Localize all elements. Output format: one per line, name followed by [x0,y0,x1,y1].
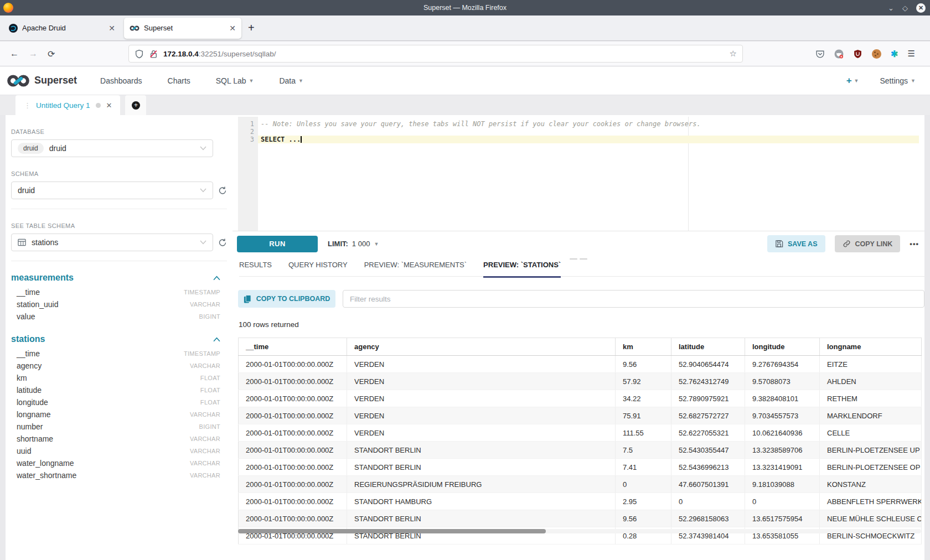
table-section-stations[interactable]: stations [11,334,220,344]
nav-item-dashboards[interactable]: Dashboards [100,76,142,85]
cell-time: 2000-01-01T00:00:00.000Z [239,407,347,424]
insecure-lock-icon[interactable] [149,49,158,59]
browser-tab-superset[interactable]: Superset ✕ [124,18,241,39]
refresh-icon[interactable] [218,186,227,195]
browser-titlebar: Superset — Mozilla Firefox ⌄ ◇ ✕ [0,0,930,15]
copy-link-button[interactable]: COPY LINK [835,235,901,252]
cell-agency: VERDEN [347,424,616,442]
cell-longitude: 9.3828408101 [745,390,820,407]
tab-close-icon[interactable]: ✕ [108,24,115,33]
cell-km: 111.55 [616,424,671,442]
cell-longname: KONSTANZ [820,476,922,493]
cell-latitude: 52.5430355447 [671,442,745,459]
table-select[interactable]: stations [11,234,213,251]
pocket-icon[interactable] [815,49,825,59]
add-button[interactable]: +▼ [846,75,859,86]
cell-longitude: 9.57088073 [745,373,820,390]
tab-close-icon[interactable]: ✕ [229,24,236,33]
limit-value: 1 000 [352,240,370,248]
line-number: 3 [238,136,254,143]
column-name: number [17,422,43,431]
tab-preview-stations[interactable]: PREVIEW: `STATIONS` [483,253,561,277]
tab-query-history[interactable]: QUERY HISTORY [288,253,348,277]
filter-results-input[interactable] [343,290,924,308]
col-header-longname[interactable]: longname [820,338,922,356]
clipboard-icon [244,295,251,303]
sql-editor[interactable]: 123 -- Note: Unless you save your query,… [238,117,919,231]
schema-column: value BIGINT [11,310,227,323]
see-table-schema-label: SEE TABLE SCHEMA [11,222,227,229]
ublock-icon[interactable] [853,49,862,59]
tab-results[interactable]: RESULTS [239,253,272,277]
forward-icon[interactable]: → [29,49,38,59]
cell-longitude: 13.3238589706 [745,442,820,459]
column-name: longitude [17,398,48,407]
schema-column: km FLOAT [11,372,227,384]
chevron-up-icon[interactable] [213,276,220,281]
column-type: TIMESTAMP [184,350,220,357]
cell-longname: MARKLENDORF [820,407,922,424]
copy-link-label: COPY LINK [855,240,893,248]
column-type: BIGINT [199,313,220,320]
cell-longitude: 9.2767694354 [745,356,820,373]
more-options-icon[interactable]: ••• [910,240,919,248]
cell-time: 2000-01-01T00:00:00.000Z [239,459,347,476]
drag-handle-icon[interactable]: ⋮ [24,101,30,110]
schema-column: uuid VARCHAR [11,445,227,457]
cell-time: 2000-01-01T00:00:00.000Z [239,476,347,493]
col-header-latitude[interactable]: latitude [671,338,745,356]
window-maximize-icon[interactable]: ◇ [902,4,908,12]
query-tab-close-icon[interactable]: ✕ [106,101,112,110]
hamburger-menu-icon[interactable]: ☰ [908,49,916,59]
column-type: FLOAT [200,399,220,406]
superset-logo[interactable]: Superset [7,74,77,87]
superset-favicon [130,25,140,32]
chevron-up-icon[interactable] [213,337,220,342]
column-type: VARCHAR [190,472,220,479]
window-minimize-icon[interactable]: ⌄ [888,4,894,12]
scrollbar-thumb[interactable] [238,529,546,533]
col-header-km[interactable]: km [616,338,671,356]
column-name: shortname [17,434,53,443]
add-query-tab[interactable]: + [125,95,146,115]
settings-menu[interactable]: Settings▼ [880,76,916,85]
cookie-extension-icon[interactable] [872,49,881,59]
run-button[interactable]: RUN [237,236,318,252]
url-field[interactable]: 172.18.0.4:32251/superset/sqllab/ ☆ [128,45,743,63]
tab-preview-measurements[interactable]: PREVIEW: `MEASUREMENTS` [364,253,467,277]
bookmark-star-icon[interactable]: ☆ [730,49,737,59]
browser-tab-druid[interactable]: Apache Druid ✕ [3,18,121,39]
database-select[interactable]: druid druid [11,139,213,157]
horizontal-scrollbar[interactable] [238,529,921,533]
col-header-time[interactable]: __time [239,338,347,356]
nav-item-charts[interactable]: Charts [168,76,190,85]
druid-favicon [9,24,18,33]
cell-longitude: 10.0621640936 [745,424,820,442]
schema-select[interactable]: druid [11,182,213,199]
browser-tab-title: Apache Druid [22,24,66,32]
cell-time: 2000-01-01T00:00:00.000Z [239,442,347,459]
copy-to-clipboard-button[interactable]: COPY TO CLIPBOARD [238,290,335,308]
back-icon[interactable]: ← [10,49,19,59]
firefox-icon [3,3,13,13]
table-section-measurements[interactable]: measurements [11,273,220,283]
query-state-dot [96,103,101,108]
query-tab[interactable]: ⋮ Untitled Query 1 ✕ [16,95,120,115]
cell-latitude: 52.9040654474 [671,356,745,373]
refresh-icon[interactable] [218,238,227,247]
cell-longitude: 0 [745,493,820,510]
nav-item-sql-lab[interactable]: SQL Lab▼ [216,76,254,85]
cell-agency: STANDORT BERLIN [347,510,616,527]
cell-km: 9.56 [616,510,671,527]
nav-item-data[interactable]: Data▼ [279,76,303,85]
limit-dropdown[interactable]: LIMIT: 1 000 ▼ [328,240,379,248]
privacy-mask-extension-icon[interactable] [834,49,844,59]
reload-icon[interactable]: ⟳ [48,49,55,59]
col-header-longitude[interactable]: longitude [745,338,820,356]
col-header-agency[interactable]: agency [347,338,616,356]
shield-icon[interactable] [135,49,144,59]
extension-asterisk-icon[interactable]: ✱ [891,49,898,59]
new-tab-icon[interactable]: + [248,22,255,34]
save-as-button[interactable]: SAVE AS [767,235,825,252]
window-close-icon[interactable]: ✕ [916,3,926,13]
